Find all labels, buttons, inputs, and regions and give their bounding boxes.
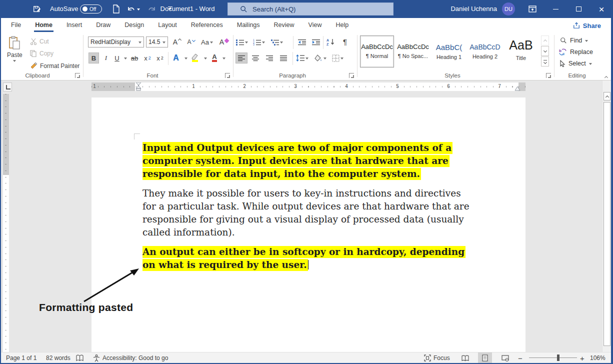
style-heading-2[interactable]: AaBbCcD Heading 2 [468, 36, 502, 68]
tab-layout[interactable]: Layout [151, 18, 184, 32]
subscript-button[interactable]: x2 [142, 52, 152, 64]
format-painter-button[interactable]: Format Painter [30, 62, 80, 70]
undo-dropdown-icon[interactable] [136, 4, 141, 14]
numbering-button[interactable]: 123 [253, 36, 265, 48]
svg-text:b: b [559, 48, 562, 53]
read-mode-button[interactable] [458, 352, 472, 364]
style-heading-1[interactable]: AaBbC( Heading 1 [432, 36, 466, 68]
close-button[interactable]: × [590, 0, 613, 18]
accessibility-status[interactable]: Accessibility: Good to go [93, 352, 168, 364]
clear-formatting-button[interactable]: A [219, 36, 229, 48]
increase-indent-button[interactable] [311, 36, 321, 48]
text-effects-dropdown-icon[interactable] [181, 52, 191, 64]
grow-font-button[interactable]: A [172, 36, 182, 48]
sort-button[interactable]: AZ [326, 36, 336, 48]
document-page[interactable]: Input and Output devices are two of majo… [92, 98, 526, 352]
tab-mailings[interactable]: Mailings [230, 18, 267, 32]
text-highlight-dropdown-icon[interactable] [200, 52, 210, 64]
align-left-button[interactable] [236, 52, 248, 64]
underline-dropdown-icon[interactable] [120, 52, 130, 64]
zoom-level[interactable]: 106% [590, 352, 606, 364]
zoom-in-button[interactable]: + [580, 352, 584, 364]
styles-scroll-down-button[interactable] [541, 46, 549, 56]
print-layout-button[interactable] [478, 352, 492, 364]
multilevel-list-button[interactable] [271, 36, 283, 48]
font-dialog-launcher-icon[interactable] [225, 73, 230, 78]
text-highlight-button[interactable] [190, 52, 200, 64]
shading-button[interactable] [314, 52, 326, 64]
styles-gallery-more-button[interactable] [541, 56, 549, 66]
change-case-button[interactable]: Aa [201, 36, 213, 48]
paragraph-highlighted-1[interactable]: Input and Output devices are two of majo… [142, 142, 476, 180]
maximize-button[interactable] [567, 0, 590, 18]
justify-button[interactable] [278, 52, 290, 64]
proofing-icon[interactable] [76, 352, 84, 364]
bold-button[interactable]: B [88, 52, 99, 64]
tab-help[interactable]: Help [328, 18, 356, 32]
tab-draw[interactable]: Draw [89, 18, 118, 32]
borders-button[interactable] [332, 52, 344, 64]
zoom-slider[interactable] [529, 358, 577, 358]
tab-file[interactable]: File [4, 18, 28, 32]
share-button[interactable]: Share [569, 20, 605, 31]
strikethrough-button[interactable]: ab [130, 52, 140, 64]
show-paragraph-marks-button[interactable]: ¶ [340, 36, 350, 47]
select-button[interactable]: Select [560, 60, 592, 67]
paragraph-highlighted-2[interactable]: An output can either be in softcopy or i… [142, 246, 476, 272]
bullets-button[interactable] [236, 36, 248, 48]
align-right-button[interactable] [264, 52, 276, 64]
tab-insert[interactable]: Insert [60, 18, 89, 32]
italic-button[interactable]: I [101, 52, 111, 64]
save-icon[interactable] [32, 4, 42, 14]
search-input[interactable]: Search (Alt+Q) [228, 2, 394, 16]
scrollbar-up-icon[interactable] [604, 92, 610, 100]
tab-home[interactable]: Home [28, 18, 60, 32]
tab-view[interactable]: View [302, 18, 329, 32]
zoom-out-button[interactable]: − [518, 352, 522, 364]
style-normal[interactable]: AaBbCcDc ¶ Normal [360, 36, 394, 68]
text-cursor [308, 260, 309, 270]
document-text[interactable]: Input and Output devices are two of majo… [142, 142, 476, 278]
replace-button[interactable]: bc Replace [559, 48, 593, 56]
ribbon-display-options-icon[interactable] [521, 0, 544, 18]
font-family-select[interactable]: RedHatDisplay [88, 36, 144, 48]
scrollbar-thumb[interactable] [604, 102, 610, 346]
avatar[interactable]: DU [502, 2, 515, 16]
style-title[interactable]: AaB Title [504, 36, 538, 68]
shrink-font-button[interactable]: A [186, 36, 196, 48]
superscript-button[interactable]: x2 [155, 52, 165, 64]
undo-button[interactable] [126, 4, 136, 14]
styles-dialog-launcher-icon[interactable] [546, 73, 551, 78]
align-center-button[interactable] [250, 52, 262, 64]
indent-marker-right[interactable] [514, 86, 520, 91]
line-spacing-button[interactable] [296, 52, 308, 64]
clipboard-dialog-launcher-icon[interactable] [75, 73, 80, 78]
paragraph-dialog-launcher-icon[interactable] [349, 73, 354, 78]
vertical-scrollbar[interactable] [602, 80, 611, 352]
minimize-button[interactable] [544, 0, 567, 18]
tab-review[interactable]: Review [267, 18, 302, 32]
page-indicator[interactable]: Page 1 of 1 [6, 352, 36, 364]
paragraph-normal[interactable]: They make it possible for users to key-i… [142, 187, 476, 239]
tab-stop-selector[interactable] [3, 82, 12, 92]
horizontal-ruler[interactable]: 1 1 2 3 4 5 6 7 [92, 82, 526, 91]
decrease-indent-button[interactable] [297, 36, 307, 48]
vertical-ruler[interactable] [3, 94, 9, 352]
paste-button[interactable]: Paste [7, 36, 22, 64]
indent-marker-left[interactable] [136, 82, 142, 91]
web-layout-button[interactable] [498, 352, 512, 364]
new-document-icon[interactable] [111, 4, 121, 14]
font-color-dropdown-icon[interactable] [219, 52, 229, 64]
tab-design[interactable]: Design [118, 18, 151, 32]
font-size-select[interactable]: 14.5 [146, 36, 168, 48]
focus-button[interactable]: Focus [424, 352, 450, 364]
text-effects-button[interactable]: A [171, 52, 181, 64]
style-no-spacing[interactable]: AaBbCcDc ¶ No Spac... [396, 36, 430, 68]
collapse-ribbon-icon[interactable] [602, 74, 610, 80]
font-color-button[interactable]: A [210, 52, 220, 64]
find-button[interactable]: Find [560, 37, 588, 44]
tab-references[interactable]: References [184, 18, 230, 32]
zoom-slider-thumb[interactable] [557, 354, 560, 361]
word-count[interactable]: 82 words [46, 352, 70, 364]
autosave-toggle[interactable]: Off [80, 4, 102, 14]
